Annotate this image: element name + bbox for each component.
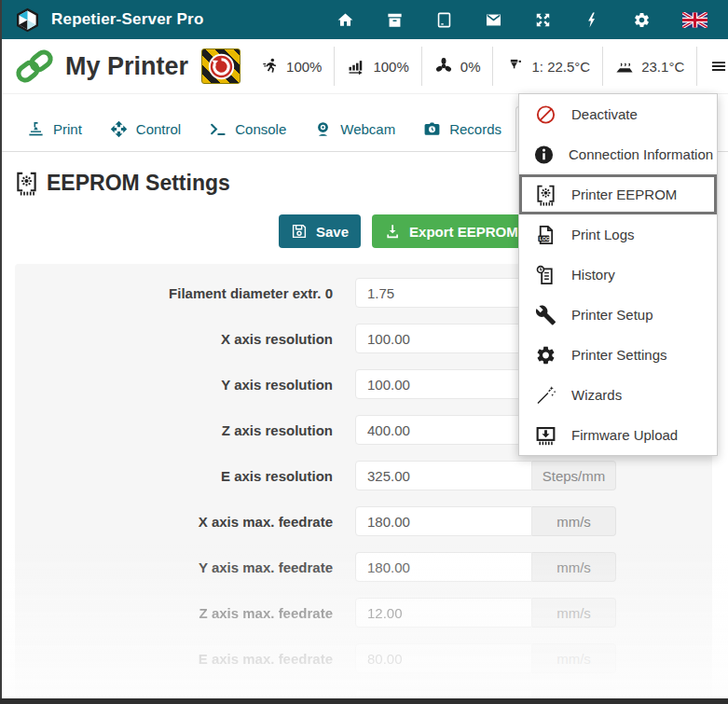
menu-item-printer-settings[interactable]: Printer Settings bbox=[519, 335, 717, 375]
eeprom-icon bbox=[533, 184, 557, 206]
status-value: 100% bbox=[373, 59, 408, 75]
status-flow: 100% bbox=[334, 47, 420, 86]
mail-icon[interactable] bbox=[485, 11, 502, 29]
info-icon bbox=[533, 144, 555, 166]
emergency-stop-button[interactable] bbox=[201, 48, 240, 84]
save-button-label: Save bbox=[316, 224, 349, 240]
eeprom-chip-icon bbox=[15, 171, 38, 196]
menu-item-label: History bbox=[571, 267, 615, 283]
expand-icon[interactable] bbox=[534, 11, 552, 29]
status-value: 23.1°C bbox=[641, 59, 684, 75]
bolt-icon[interactable] bbox=[584, 11, 601, 29]
wand-icon bbox=[533, 384, 557, 407]
control-icon bbox=[110, 120, 128, 138]
menu-item-deactivate[interactable]: Deactivate bbox=[519, 94, 717, 134]
webcam-icon bbox=[314, 120, 332, 138]
input-group: Steps/mm bbox=[355, 461, 616, 490]
printer-menu-button[interactable] bbox=[696, 47, 728, 86]
input-group: mm/s bbox=[355, 552, 616, 582]
download-icon bbox=[384, 223, 401, 240]
input-e-axis-resolution[interactable] bbox=[355, 461, 532, 490]
tab-label: Webcam bbox=[340, 121, 395, 137]
wrench-icon bbox=[533, 304, 557, 326]
topbar-icon-nav bbox=[337, 11, 707, 29]
tab-print[interactable]: Print bbox=[13, 107, 96, 151]
field-label: X axis max. feedrate bbox=[15, 514, 355, 530]
menu-item-label: Firmware Upload bbox=[571, 427, 678, 443]
unit-suffix: Steps/mm bbox=[532, 461, 616, 490]
speed-icon bbox=[260, 57, 279, 76]
status-speed: 100% bbox=[248, 47, 334, 86]
tab-label: Records bbox=[449, 121, 501, 137]
input-y-axis-max-feedrate[interactable] bbox=[355, 552, 532, 582]
field-label: E axis max. feedrate bbox=[15, 651, 355, 667]
status-value: 1: 22.5°C bbox=[531, 59, 590, 75]
tab-control[interactable]: Control bbox=[96, 107, 195, 151]
tab-console[interactable]: Console bbox=[195, 107, 300, 151]
menu-item-label: Wizards bbox=[571, 387, 622, 403]
status-bed: 23.1°C bbox=[602, 47, 696, 86]
repetier-logo-icon bbox=[15, 7, 40, 33]
hamburger-icon bbox=[709, 57, 728, 76]
input-x-axis-resolution[interactable] bbox=[355, 324, 532, 353]
fan-icon bbox=[434, 57, 453, 76]
tab-label: Print bbox=[53, 121, 82, 137]
menu-item-printer-eeprom[interactable]: Printer EEPROM bbox=[519, 174, 717, 214]
menu-item-connection-information[interactable]: Connection Information bbox=[519, 134, 717, 174]
menu-item-firmware-upload[interactable]: Firmware Upload bbox=[519, 415, 717, 455]
uk-flag-icon[interactable] bbox=[682, 12, 707, 28]
tab-webcam[interactable]: Webcam bbox=[300, 107, 409, 151]
input-group: mm/s bbox=[355, 598, 616, 628]
printer-context-menu: DeactivateConnection InformationPrinter … bbox=[518, 93, 718, 456]
menu-item-wizards[interactable]: Wizards bbox=[519, 375, 717, 415]
status-extruder: 1: 22.5°C bbox=[492, 47, 602, 86]
input-e-axis-max-feedrate[interactable] bbox=[355, 643, 532, 673]
console-icon bbox=[209, 120, 227, 138]
menu-item-label: Print Logs bbox=[571, 227, 635, 242]
status-value: 0% bbox=[460, 59, 481, 75]
input-z-axis-max-feedrate[interactable] bbox=[355, 598, 532, 628]
form-row-e-axis-max-feedrate: E axis max. feedratemm/s bbox=[15, 643, 712, 673]
gear-icon[interactable] bbox=[633, 11, 651, 29]
menu-item-printer-setup[interactable]: Printer Setup bbox=[519, 295, 717, 335]
block-icon bbox=[533, 104, 557, 126]
app-title: Repetier-Server Pro bbox=[51, 10, 203, 29]
window-bottom-border bbox=[0, 698, 728, 704]
field-label: Y axis resolution bbox=[15, 377, 355, 393]
input-z-axis-resolution[interactable] bbox=[355, 415, 532, 445]
top-navbar: Repetier-Server Pro bbox=[0, 0, 728, 39]
status-fan: 0% bbox=[421, 47, 493, 86]
input-y-axis-resolution[interactable] bbox=[355, 369, 532, 399]
input-group: mm/s bbox=[355, 506, 616, 536]
menu-item-history[interactable]: History bbox=[519, 255, 717, 295]
tab-records[interactable]: Records bbox=[409, 107, 515, 151]
printer-name: My Printer bbox=[65, 52, 188, 81]
extruder-icon bbox=[505, 57, 524, 76]
menu-item-label: Printer Setup bbox=[571, 307, 653, 323]
form-row-x-axis-max-feedrate: X axis max. feedratemm/s bbox=[15, 506, 712, 536]
field-label: Filament diameter extr. 0 bbox=[15, 285, 355, 301]
unit-suffix: mm/s bbox=[532, 506, 616, 536]
print-icon bbox=[27, 120, 45, 138]
menu-item-print-logs[interactable]: LOGPrint Logs bbox=[519, 214, 717, 255]
status-value: 100% bbox=[286, 59, 322, 75]
save-button[interactable]: Save bbox=[279, 214, 361, 248]
firmware-icon bbox=[533, 424, 557, 447]
printer-status-bar: 100%100%0%1: 22.5°C23.1°C bbox=[248, 47, 728, 86]
field-label: E axis resolution bbox=[15, 468, 355, 484]
form-row-z-axis-max-feedrate: Z axis max. feedratemm/s bbox=[15, 598, 712, 628]
tablet-icon[interactable] bbox=[435, 11, 453, 29]
form-row-e-axis-resolution: E axis resolutionSteps/mm bbox=[15, 461, 712, 490]
menu-item-label: Connection Information bbox=[569, 146, 713, 162]
home-icon[interactable] bbox=[337, 11, 354, 29]
menu-item-label: Printer EEPROM bbox=[571, 186, 677, 202]
field-label: Z axis resolution bbox=[15, 422, 355, 438]
flow-icon bbox=[347, 57, 365, 76]
input-x-axis-max-feedrate[interactable] bbox=[355, 506, 532, 536]
emergency-stop-icon bbox=[208, 53, 235, 80]
page-title-text: EEPROM Settings bbox=[47, 171, 230, 196]
field-label: Y axis max. feedrate bbox=[15, 559, 355, 575]
archive-icon[interactable] bbox=[386, 11, 404, 29]
input-filament-diameter-extr-0[interactable] bbox=[355, 278, 532, 308]
menu-item-label: Deactivate bbox=[571, 106, 638, 122]
